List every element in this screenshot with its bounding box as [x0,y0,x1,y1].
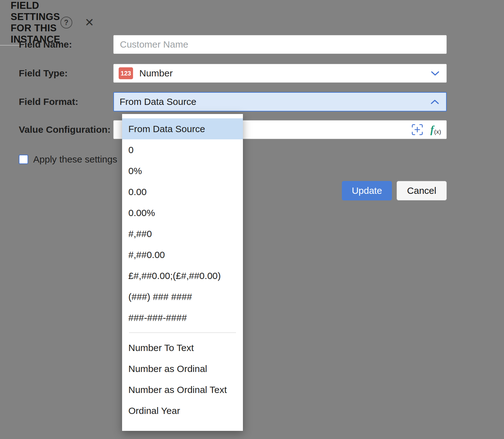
field-name-row: Field Name: [19,35,447,54]
field-type-label: Field Type: [19,68,113,79]
close-icon[interactable]: ✕ [85,17,94,28]
formula-f-glyph: f [430,125,434,135]
number-type-badge-icon: 123 [119,67,133,79]
apply-settings-label: Apply these settings [33,154,117,165]
field-format-select[interactable]: From Data Source [113,92,447,111]
field-name-input[interactable] [113,35,447,54]
field-format-value: From Data Source [120,96,196,107]
dropdown-item[interactable]: #,##0 [122,223,243,244]
field-name-label: Field Name: [19,39,113,50]
formula-icon[interactable]: f (x) [430,125,441,135]
header-icons: ? ✕ [60,17,94,28]
field-type-value: Number [139,68,173,79]
field-type-control: 123 Number [113,64,447,83]
apply-settings-row: Apply these settings [19,154,117,165]
dropdown-item[interactable]: From Data Source [122,118,243,139]
value-configuration-label: Value Configuration: [19,124,113,135]
field-format-control: From Data Source [113,92,447,111]
screen-background: FIELD SETTINGS FOR THIS INSTANCE ? ✕ Fie… [0,0,504,439]
field-type-select[interactable]: 123 Number [113,64,447,83]
dialog-buttons: Update Cancel [342,181,447,200]
dropdown-item[interactable]: (###) ### #### [122,286,243,307]
chevron-down-icon [431,71,440,76]
field-format-row: Field Format: From Data Source [19,92,447,111]
apply-settings-checkbox[interactable] [19,155,28,164]
dropdown-item[interactable]: ###-###-#### [122,307,243,328]
value-configuration-icons: f (x) [411,120,441,139]
formula-x-glyph: (x) [434,129,441,135]
dropdown-item[interactable]: 0 [122,139,243,160]
dropdown-item[interactable]: 0% [122,160,243,181]
field-type-row: Field Type: 123 Number [19,64,447,83]
dropdown-item[interactable]: Number as Ordinal Text [122,379,243,400]
dropdown-item[interactable]: Number as Ordinal [122,358,243,379]
insert-field-icon[interactable] [411,123,424,136]
help-icon[interactable]: ? [60,17,72,28]
dropdown-item[interactable]: Number To Text [122,337,243,358]
chevron-up-icon [430,99,439,105]
dropdown-item[interactable]: 0.00 [122,181,243,202]
format-dropdown-list: From Data Source00%0.000.00%#,##0#,##0.0… [122,118,243,421]
field-format-label: Field Format: [19,96,113,107]
dropdown-item[interactable]: 0.00% [122,202,243,223]
format-dropdown: From Data Source00%0.000.00%#,##0#,##0.0… [122,114,243,431]
field-name-control [113,35,447,54]
update-button[interactable]: Update [342,181,392,200]
cancel-button[interactable]: Cancel [397,181,447,200]
dropdown-divider [129,333,236,333]
dropdown-item[interactable]: Ordinal Year [122,400,243,421]
dropdown-item[interactable]: #,##0.00 [122,244,243,265]
dropdown-item[interactable]: £#,##0.00;(£#,##0.00) [122,265,243,286]
